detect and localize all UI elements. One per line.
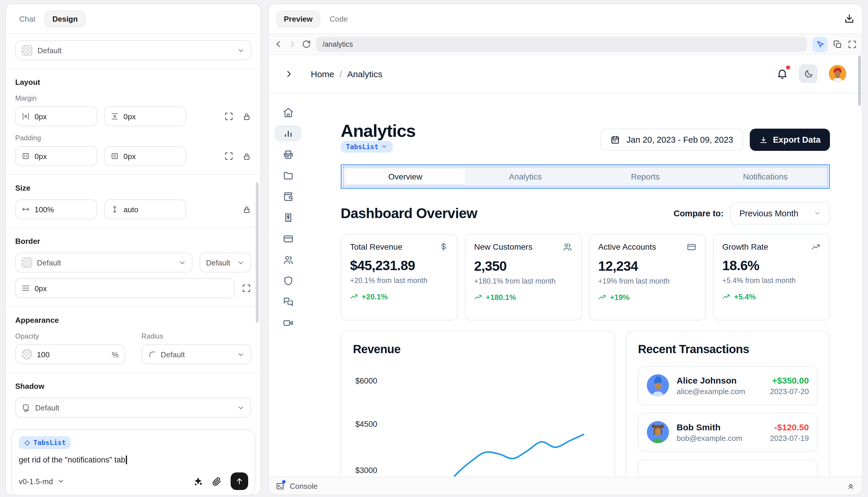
tab-preview[interactable]: Preview: [276, 10, 320, 27]
terminal-icon: [276, 482, 285, 490]
variant-value: Default: [38, 46, 232, 55]
model-select[interactable]: v0-1.5-md: [19, 477, 64, 486]
margin-x-value: 0px: [35, 112, 47, 121]
expand-sides-button[interactable]: [224, 152, 234, 161]
sidebar-item-files[interactable]: [275, 167, 301, 184]
avatar[interactable]: [829, 65, 846, 83]
sidebar-item-cards[interactable]: [275, 230, 301, 247]
radius-select[interactable]: Default: [141, 344, 251, 364]
url-input[interactable]: /analytics: [316, 37, 807, 52]
forward-button[interactable]: [288, 40, 297, 48]
credit-card-icon: [283, 233, 293, 244]
selected-component-label: TabsList: [346, 142, 378, 151]
expand-sides-button[interactable]: [242, 284, 251, 293]
margin-y-value: 0px: [124, 112, 136, 121]
page-title: Analytics: [341, 122, 416, 140]
stats-grid: Total Revenue $45,231.89 +20.1% from las…: [341, 233, 830, 320]
margin-horizontal-icon: [22, 112, 30, 120]
margin-x-input[interactable]: 0px: [15, 106, 97, 126]
back-button[interactable]: [274, 40, 283, 48]
tab-notifications[interactable]: Notifications: [705, 169, 825, 184]
sidebar-item-home[interactable]: [275, 104, 301, 120]
stat-card-new-customers: New Customers 2,350 +180.1% from last mo…: [465, 233, 582, 320]
stat-subtext: +19% from last month: [598, 277, 697, 285]
date-range-picker[interactable]: Jan 20, 2023 - Feb 09, 2023: [601, 129, 743, 151]
download-button[interactable]: [844, 13, 855, 24]
shield-icon: [283, 275, 293, 286]
copy-button[interactable]: [833, 40, 842, 49]
opacity-input[interactable]: 100 %: [15, 344, 125, 364]
text-caret: [126, 455, 127, 464]
sidebar-item-receipts[interactable]: [275, 209, 301, 226]
dark-mode-toggle[interactable]: [799, 64, 818, 83]
download-icon: [759, 136, 768, 144]
margin-label: Margin: [15, 94, 251, 102]
scrollbar-thumb[interactable]: [256, 182, 259, 323]
tab-chat[interactable]: Chat: [13, 11, 41, 27]
tab-analytics[interactable]: Analytics: [465, 169, 585, 184]
move-horizontal-icon: [22, 205, 30, 213]
sidebar-item-security[interactable]: [275, 272, 301, 289]
width-value: 100%: [35, 205, 54, 214]
send-button[interactable]: [231, 472, 248, 490]
sidebar-item-invoices[interactable]: [275, 146, 301, 162]
export-data-button[interactable]: Export Data: [749, 129, 830, 151]
sidebar-item-wallet[interactable]: [275, 188, 301, 205]
selected-component-chip[interactable]: TabsList: [341, 141, 393, 152]
notifications-button[interactable]: [777, 68, 788, 79]
scrollbar-thumb[interactable]: [858, 56, 861, 106]
chevron-down-icon: [179, 259, 186, 266]
prompt-composer[interactable]: TabsList get rid of the "notifications" …: [11, 429, 255, 496]
attach-file-button[interactable]: [212, 476, 222, 486]
refresh-button[interactable]: [302, 40, 311, 48]
expand-sides-button[interactable]: [224, 112, 234, 121]
stat-value: 12,234: [598, 258, 697, 274]
breadcrumb-home[interactable]: Home: [311, 69, 334, 79]
border-color-select[interactable]: Default: [15, 253, 193, 272]
corner-radius-icon: [148, 350, 156, 358]
fullscreen-button[interactable]: [848, 40, 857, 49]
margin-y-input[interactable]: 0px: [104, 106, 186, 126]
lock-icon[interactable]: [242, 112, 251, 121]
transaction-amount: -$120.50: [770, 422, 809, 432]
padding-y-input[interactable]: 0px: [104, 146, 186, 166]
enhance-prompt-button[interactable]: [193, 476, 203, 486]
shadow-select[interactable]: Default: [15, 398, 251, 417]
revenue-line: [414, 434, 583, 477]
context-chip-label: TabsList: [33, 439, 66, 447]
stat-trend-value: +19%: [610, 293, 630, 301]
border-width-input[interactable]: 0px: [15, 278, 235, 298]
transparency-swatch-icon: [22, 45, 32, 56]
padding-x-input[interactable]: 0px: [15, 146, 97, 166]
sidebar-item-messages[interactable]: [275, 294, 301, 310]
prompt-input[interactable]: get rid of the "notifications" tab: [19, 455, 248, 464]
chevron-down-icon: [237, 46, 245, 54]
console-bar[interactable]: Console: [268, 477, 862, 495]
margin-vertical-icon: [111, 112, 119, 120]
sidebar-item-customers[interactable]: [275, 252, 301, 268]
expand-console-button[interactable]: [846, 482, 855, 490]
design-mode-button[interactable]: [812, 37, 828, 52]
tab-code[interactable]: Code: [324, 11, 354, 27]
compare-select[interactable]: Previous Month: [731, 202, 830, 224]
tab-reports[interactable]: Reports: [585, 169, 705, 184]
border-style-select[interactable]: Default: [199, 253, 251, 272]
sidebar-item-analytics[interactable]: [275, 125, 301, 142]
opacity-swatch-icon: [22, 349, 32, 359]
lock-icon[interactable]: [242, 205, 251, 214]
width-input[interactable]: 100%: [15, 199, 97, 219]
lock-icon[interactable]: [242, 152, 251, 160]
sidebar-item-video[interactable]: [275, 315, 301, 331]
tab-design[interactable]: Design: [45, 10, 85, 27]
users-icon: [563, 242, 573, 252]
shadow-icon: [22, 403, 30, 412]
height-input[interactable]: auto: [104, 199, 186, 219]
transaction-row: Bob Smith bob@example.com -$120.50 2023-…: [638, 412, 818, 452]
context-chip-tabslist[interactable]: TabsList: [19, 436, 71, 449]
bell-icon: [777, 68, 788, 79]
shadow-value: Default: [35, 403, 232, 412]
variant-select[interactable]: Default: [15, 40, 251, 60]
sidebar-expand-button[interactable]: [285, 69, 293, 78]
breadcrumb-separator: /: [340, 69, 342, 79]
tab-overview[interactable]: Overview: [345, 169, 465, 184]
